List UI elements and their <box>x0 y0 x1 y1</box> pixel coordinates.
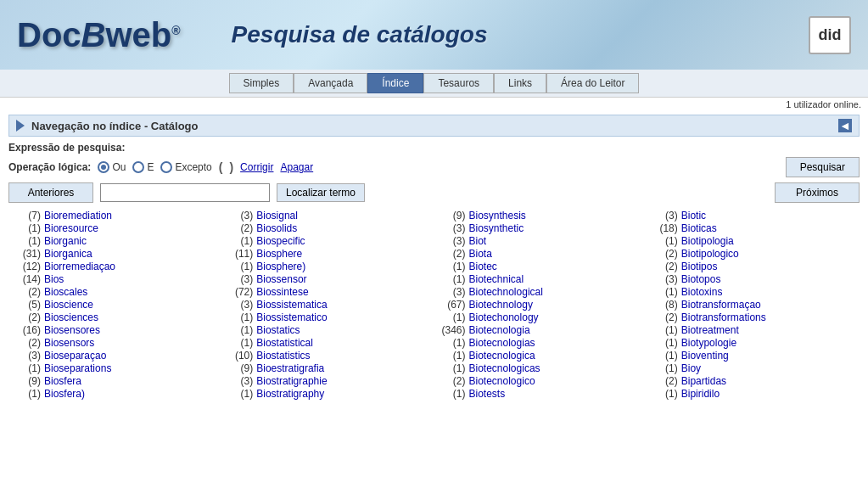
entry-count: (3) <box>226 375 253 387</box>
entry-link[interactable]: Biotecnologica <box>469 350 535 362</box>
entry-link[interactable]: Biotipologico <box>681 248 739 260</box>
entry-link[interactable]: Biostatistics <box>256 350 310 362</box>
entry-link[interactable]: Bioventing <box>681 350 729 362</box>
entry-link[interactable]: Biosensores <box>44 324 100 336</box>
entry-link[interactable]: Biostatics <box>256 324 300 336</box>
entry-link[interactable]: Biotec <box>469 261 497 272</box>
entry-link[interactable]: Biotreatment <box>681 324 739 336</box>
entry-link[interactable]: Biosynthetic <box>469 222 524 234</box>
entry-link[interactable]: Biotechnological <box>469 286 543 298</box>
entry-link[interactable]: Biospecific <box>256 235 305 247</box>
entry-count: (3) <box>226 299 253 311</box>
header: DocBweb® Pesquisa de catálogos did <box>0 0 868 70</box>
nav-simples[interactable]: Simples <box>229 73 294 93</box>
entry-link[interactable]: Bioestratigrafia <box>256 362 324 374</box>
entry-link[interactable]: Biosensors <box>44 337 94 349</box>
entry-count: (2) <box>226 222 253 234</box>
nav-avancada[interactable]: Avançada <box>294 73 367 93</box>
nav-tesauros[interactable]: Tesauros <box>423 73 494 93</box>
pesquisar-button[interactable]: Pesquisar <box>786 157 860 177</box>
entry-link[interactable]: Biosynthesis <box>469 210 526 222</box>
nav-indice[interactable]: Índice <box>367 73 423 93</box>
anteriores-button[interactable]: Anteriores <box>8 182 93 203</box>
entry-link[interactable]: Biotipologia <box>681 235 734 247</box>
proximos-button[interactable]: Próximos <box>775 182 860 203</box>
entry-link[interactable]: Bioresource <box>44 222 98 234</box>
entry-link[interactable]: Biotests <box>469 388 506 400</box>
entry-link[interactable]: Biotecnologicas <box>469 362 540 374</box>
entry-link[interactable]: Biotecnologia <box>469 324 530 336</box>
entry-link[interactable]: Biotransformations <box>681 311 766 323</box>
list-item: (1)Bioresource <box>14 222 217 234</box>
entry-link[interactable]: Biotechnology <box>469 299 533 311</box>
paren-close[interactable]: ) <box>229 160 233 174</box>
entry-link[interactable]: Biotic <box>681 210 706 222</box>
localizar-input[interactable] <box>100 183 270 202</box>
entry-count: (3) <box>651 273 678 285</box>
entry-count: (12) <box>14 261 41 272</box>
entry-link[interactable]: Biossistematico <box>256 311 327 323</box>
entry-link[interactable]: Biotransformaçao <box>681 299 761 311</box>
list-item: (12)Biorremediaçao <box>14 261 217 272</box>
entry-link[interactable]: Biotopos <box>681 273 721 285</box>
list-item: (7)Bioremediation <box>14 210 217 222</box>
entry-link[interactable]: Biosfera <box>44 375 81 387</box>
entry-link[interactable]: Biotoxins <box>681 286 723 298</box>
entry-count: (3) <box>439 286 466 298</box>
radio-e-label: E <box>147 161 154 173</box>
entry-link[interactable]: Biotecnologico <box>469 375 535 387</box>
entry-link[interactable]: Biosolids <box>256 222 297 234</box>
entry-count: (1) <box>439 350 466 362</box>
radio-excepto[interactable]: Excepto <box>160 161 211 173</box>
entry-count: (1) <box>439 337 466 349</box>
entry-link[interactable]: Biosphere) <box>256 261 305 272</box>
entry-link[interactable]: Biot <box>469 235 487 247</box>
entry-count: (1) <box>439 311 466 323</box>
entry-link[interactable]: Biosciences <box>44 311 98 323</box>
paren-open[interactable]: ( <box>219 160 223 174</box>
radio-ou[interactable]: Ou <box>98 161 126 173</box>
entry-link[interactable]: Bipartidas <box>681 375 726 387</box>
radio-e[interactable]: E <box>132 161 154 173</box>
entry-link[interactable]: Biorganic <box>44 235 87 247</box>
entry-link[interactable]: Bioscales <box>44 286 87 298</box>
entry-link[interactable]: Biossensor <box>256 273 306 285</box>
entry-link[interactable]: Biossintese <box>256 286 308 298</box>
collapse-btn[interactable]: ◄ <box>838 119 852 132</box>
entry-link[interactable]: Biotipos <box>681 261 718 272</box>
localizar-button[interactable]: Localizar termo <box>277 183 365 202</box>
entry-link[interactable]: Biosphere <box>256 248 302 260</box>
nav-area-leitor[interactable]: Área do Leitor <box>546 73 639 93</box>
entry-link[interactable]: Biotechnical <box>469 273 524 285</box>
nav-links[interactable]: Links <box>494 73 546 93</box>
apagar-link[interactable]: Apagar <box>280 161 313 173</box>
entry-link[interactable]: Biostratigraphie <box>256 375 327 387</box>
entry-link[interactable]: Bipiridilo <box>681 388 720 400</box>
entry-link[interactable]: Biotechonology <box>469 311 539 323</box>
list-item: (2)Biota <box>439 248 642 260</box>
entry-count: (5) <box>14 299 41 311</box>
entry-link[interactable]: Biotypologie <box>681 337 736 349</box>
entry-link[interactable]: Bioseparaçao <box>44 350 106 362</box>
entry-link[interactable]: Bios <box>44 273 64 285</box>
entry-count: (3) <box>439 235 466 247</box>
entry-link[interactable]: Bioy <box>681 362 701 374</box>
entry-link[interactable]: Biorganica <box>44 248 92 260</box>
entry-link[interactable]: Biossistematica <box>256 299 327 311</box>
entry-count: (2) <box>651 311 678 323</box>
entry-link[interactable]: Biosfera) <box>44 388 85 400</box>
entry-link[interactable]: Biota <box>469 248 492 260</box>
entry-link[interactable]: Biosignal <box>256 210 298 222</box>
entry-link[interactable]: Bioscience <box>44 299 93 311</box>
entry-link[interactable]: Biorremediaçao <box>44 261 115 272</box>
entry-link[interactable]: Bioseparations <box>44 362 111 374</box>
entry-link[interactable]: Biotecnologias <box>469 337 535 349</box>
entry-link[interactable]: Bioticas <box>681 222 717 234</box>
entry-count: (10) <box>226 350 253 362</box>
entry-link[interactable]: Biostratigraphy <box>256 388 324 400</box>
entry-link[interactable]: Bioremediation <box>44 210 112 222</box>
corrigir-link[interactable]: Corrigir <box>240 161 273 173</box>
entry-count: (72) <box>226 286 253 298</box>
pesquisa-title: Pesquisa de catálogos <box>232 21 488 48</box>
entry-link[interactable]: Biostatistical <box>256 337 313 349</box>
